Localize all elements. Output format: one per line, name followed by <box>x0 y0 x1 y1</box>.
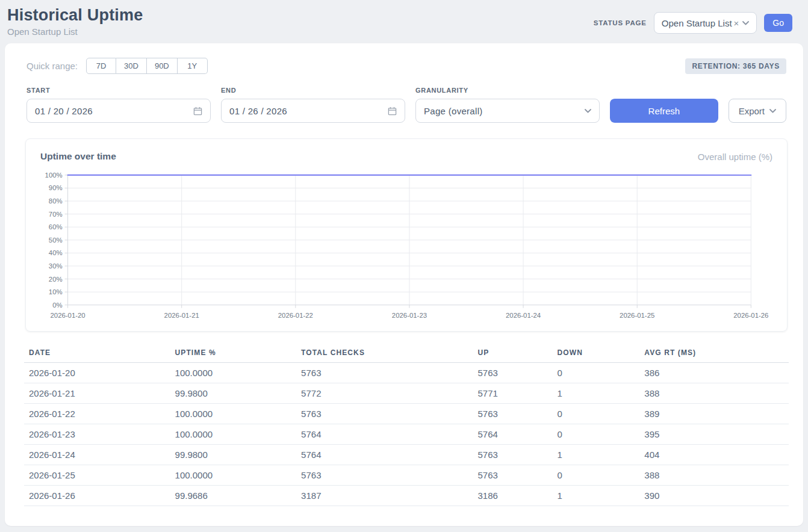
table-row: 2026-01-23100.0000576457640395 <box>24 424 789 445</box>
table-cell: 5764 <box>473 424 552 445</box>
table-cell: 5772 <box>296 383 473 404</box>
table-cell: 0 <box>553 363 640 383</box>
svg-text:30%: 30% <box>49 262 63 270</box>
start-date-label: START <box>26 87 211 94</box>
table-row: 2026-01-2199.9800577257711388 <box>24 383 789 404</box>
start-date-value: 01 / 20 / 2026 <box>35 106 93 116</box>
calendar-icon[interactable] <box>388 107 397 116</box>
table-cell: 2026-01-25 <box>24 465 170 486</box>
quick-range-label: Quick range: <box>26 61 78 71</box>
column-header: AVG RT (MS) <box>639 345 789 363</box>
start-date-group: START 01 / 20 / 2026 <box>26 87 211 123</box>
go-button[interactable]: Go <box>764 14 792 32</box>
granularity-selected-value: Page (overall) <box>424 106 483 116</box>
chart-header: Uptime over time Overall uptime (%) <box>40 151 772 169</box>
table-row: 2026-01-25100.0000576357630388 <box>24 465 789 486</box>
table-cell: 404 <box>639 445 789 465</box>
table-cell: 99.9686 <box>170 486 297 506</box>
svg-text:2026-01-26: 2026-01-26 <box>733 312 768 319</box>
svg-text:2026-01-22: 2026-01-22 <box>278 312 313 319</box>
end-date-label: END <box>221 87 405 94</box>
quick-range-button-group: 7D30D90D1Y <box>86 58 208 74</box>
export-button-label: Export <box>739 106 765 116</box>
quick-range-button-7d[interactable]: 7D <box>86 58 116 74</box>
table-row: 2026-01-2499.9800576457631404 <box>24 445 789 465</box>
table-cell: 386 <box>639 363 789 383</box>
svg-text:100%: 100% <box>45 172 63 179</box>
export-button[interactable]: Export <box>729 99 786 123</box>
title-block: Historical Uptime Open Startup List <box>7 6 143 37</box>
status-page-selected-value: Open Startup List <box>662 18 732 28</box>
svg-text:50%: 50% <box>49 237 63 244</box>
table-row: 2026-01-22100.0000576357630389 <box>24 404 789 424</box>
column-header: UP <box>473 345 552 363</box>
chevron-down-icon <box>585 109 591 113</box>
svg-text:20%: 20% <box>49 276 63 283</box>
quick-range-row: Quick range: 7D30D90D1Y RETENTION: 365 D… <box>26 58 786 74</box>
table-cell: 5764 <box>296 445 473 465</box>
table-cell: 2026-01-26 <box>24 486 170 506</box>
table-cell: 390 <box>639 486 789 506</box>
chart-legend-label: Overall uptime (%) <box>698 152 772 162</box>
table-cell: 1 <box>553 486 640 506</box>
retention-badge: RETENTION: 365 DAYS <box>685 58 786 74</box>
table-cell: 3186 <box>473 486 552 506</box>
quick-range-button-1y[interactable]: 1Y <box>178 58 208 74</box>
table-cell: 5763 <box>473 465 552 486</box>
table-cell: 388 <box>639 383 789 404</box>
table-cell: 2026-01-23 <box>24 424 170 445</box>
status-page-select[interactable]: Open Startup List × <box>654 12 757 34</box>
clear-selection-icon[interactable]: × <box>734 18 739 28</box>
svg-text:90%: 90% <box>49 184 63 191</box>
start-date-input[interactable]: 01 / 20 / 2026 <box>26 99 211 123</box>
table-cell: 0 <box>553 424 640 445</box>
table-cell: 2026-01-21 <box>24 383 170 404</box>
table-header: DATEUPTIME %TOTAL CHECKSUPDOWNAVG RT (MS… <box>24 345 789 363</box>
refresh-button[interactable]: Refresh <box>610 99 718 123</box>
column-header: DOWN <box>553 345 640 363</box>
svg-text:0%: 0% <box>52 302 62 309</box>
main-card: Quick range: 7D30D90D1Y RETENTION: 365 D… <box>5 43 803 526</box>
svg-text:60%: 60% <box>49 223 63 230</box>
table-cell: 100.0000 <box>170 465 297 486</box>
table-cell: 5763 <box>473 404 552 424</box>
table-cell: 2026-01-20 <box>24 363 170 383</box>
table-header-row: DATEUPTIME %TOTAL CHECKSUPDOWNAVG RT (MS… <box>24 345 789 363</box>
end-date-value: 01 / 26 / 2026 <box>229 106 287 116</box>
table-cell: 5763 <box>296 363 473 383</box>
granularity-group: GRANULARITY Page (overall) <box>415 87 600 123</box>
column-header: UPTIME % <box>170 345 297 363</box>
table-cell: 388 <box>639 465 789 486</box>
table-cell: 0 <box>553 404 640 424</box>
table-cell: 100.0000 <box>170 424 297 445</box>
table-row: 2026-01-20100.0000576357630386 <box>24 363 789 383</box>
page-title: Historical Uptime <box>7 6 143 25</box>
table-cell: 2026-01-22 <box>24 404 170 424</box>
svg-text:40%: 40% <box>49 249 63 256</box>
table-cell: 2026-01-24 <box>24 445 170 465</box>
column-header: DATE <box>24 345 170 363</box>
svg-text:2026-01-23: 2026-01-23 <box>392 312 427 319</box>
filter-fields-row: START 01 / 20 / 2026 END 01 / 26 / 2026 <box>26 87 786 123</box>
page-header: Historical Uptime Open Startup List STAT… <box>0 0 808 43</box>
calendar-icon[interactable] <box>193 107 202 116</box>
page-subtitle: Open Startup List <box>7 26 143 37</box>
table-cell: 5763 <box>296 404 473 424</box>
end-date-input[interactable]: 01 / 26 / 2026 <box>221 99 405 123</box>
svg-text:10%: 10% <box>49 288 63 295</box>
table-cell: 1 <box>553 383 640 404</box>
uptime-line-chart[interactable]: 0%10%20%30%40%50%60%70%80%90%100%2026-01… <box>40 169 772 323</box>
svg-text:2026-01-24: 2026-01-24 <box>506 312 541 319</box>
table-body: 2026-01-20100.00005763576303862026-01-21… <box>24 363 789 506</box>
end-date-group: END 01 / 26 / 2026 <box>221 87 405 123</box>
quick-range-left: Quick range: 7D30D90D1Y <box>26 58 208 74</box>
svg-text:80%: 80% <box>49 197 63 205</box>
granularity-select[interactable]: Page (overall) <box>415 99 600 123</box>
quick-range-button-30d[interactable]: 30D <box>116 58 147 74</box>
table-cell: 5763 <box>473 363 552 383</box>
column-header: TOTAL CHECKS <box>296 345 473 363</box>
table-row: 2026-01-2699.9686318731861390 <box>24 486 789 506</box>
svg-text:2026-01-25: 2026-01-25 <box>620 312 654 319</box>
status-page-label: STATUS PAGE <box>594 19 647 26</box>
quick-range-button-90d[interactable]: 90D <box>147 58 178 74</box>
